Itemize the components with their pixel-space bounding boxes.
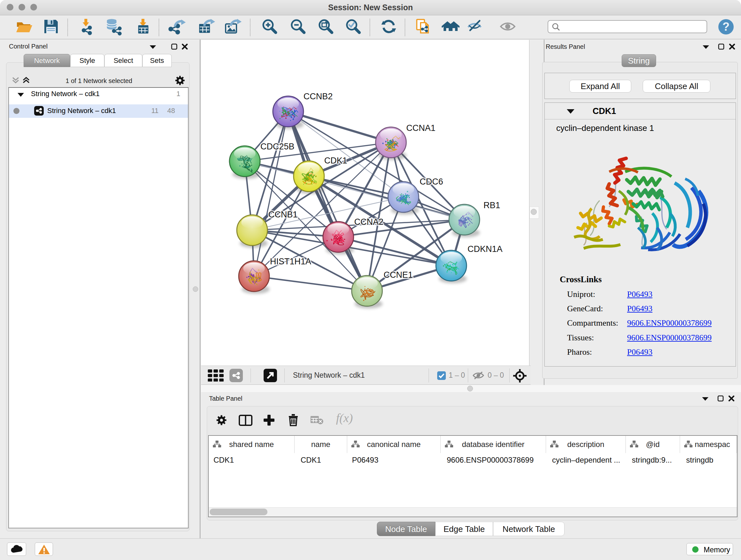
svg-text:CCNA1: CCNA1 [406, 123, 435, 133]
svg-text:CCNB2: CCNB2 [304, 91, 333, 101]
svg-text:CDKN1A: CDKN1A [468, 244, 502, 254]
svg-text:CDC25B: CDC25B [260, 142, 294, 151]
svg-text:?: ? [723, 20, 730, 33]
svg-text:CDC6: CDC6 [420, 177, 443, 186]
svg-text:CCNA2: CCNA2 [354, 217, 384, 227]
svg-text:RB1: RB1 [483, 200, 500, 210]
svg-text:CCNE1: CCNE1 [384, 270, 413, 280]
svg-text:CCNB1: CCNB1 [268, 210, 298, 219]
svg-text:HIST1H1A: HIST1H1A [270, 257, 311, 266]
svg-text:CDK1: CDK1 [324, 156, 347, 165]
